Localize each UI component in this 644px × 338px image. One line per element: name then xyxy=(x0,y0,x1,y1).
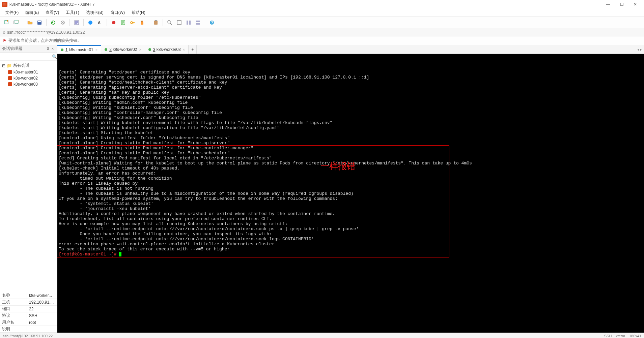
paste-button[interactable] xyxy=(152,19,160,27)
terminal-line: [certs] etcd/peer serving cert is signed… xyxy=(59,75,643,80)
menu-edit[interactable]: 编辑(E) xyxy=(23,9,41,16)
layout-v-button[interactable] xyxy=(194,19,202,27)
status-size: 186x41 xyxy=(629,334,641,338)
toolbar-separator xyxy=(205,19,205,26)
terminal-line: Here is one example how you may list all… xyxy=(59,221,643,226)
tab-worker02[interactable]: 2 k8s-worker02 × xyxy=(101,45,145,54)
menu-view[interactable]: 查看(V) xyxy=(43,9,62,16)
terminal-line: - 'crictl --runtime-endpoint unix:///var… xyxy=(59,226,643,232)
hint-text: 要添加当前会话，点击左侧的箭头按钮。 xyxy=(8,38,81,43)
folder-icon: 📁 xyxy=(7,63,12,68)
prop-val-name: k8s-worker... xyxy=(27,293,57,298)
session-properties: 名称k8s-worker... 主机192.168.91.... 端口22 协议… xyxy=(0,292,57,333)
flag-icon: ⚑ xyxy=(3,38,6,43)
collapse-icon[interactable]: ⊟ xyxy=(2,63,5,68)
status-dot-icon xyxy=(105,48,107,51)
terminal-line: [kubeconfig] Writing "scheduler.conf" ku… xyxy=(59,115,643,120)
new-window-button[interactable]: + xyxy=(12,19,20,27)
search-icon[interactable]: 🔍 xyxy=(52,54,57,59)
menu-tools[interactable]: 工具(T) xyxy=(63,9,82,16)
prop-key-user: 用户名 xyxy=(0,319,27,325)
menu-help[interactable]: 帮助(H) xyxy=(129,9,148,16)
tab-next-icon[interactable]: ▸ xyxy=(640,47,642,52)
prop-key-proto: 协议 xyxy=(0,313,27,318)
terminal-line: To see the stack trace of this error exe… xyxy=(59,247,643,252)
tab-nav: ◂ ▸ xyxy=(637,45,644,54)
record-button[interactable] xyxy=(110,19,118,27)
layout-h-button[interactable] xyxy=(185,19,193,27)
tab-master01[interactable]: 1 k8s-master01 × xyxy=(57,45,101,54)
svg-rect-15 xyxy=(155,20,157,21)
svg-point-8 xyxy=(88,21,92,25)
address-text[interactable]: ssh://root:**************@192.168.91.100… xyxy=(7,30,85,35)
key-button[interactable] xyxy=(129,19,137,27)
log-button[interactable] xyxy=(119,19,127,27)
prop-val-port: 22 xyxy=(27,307,57,311)
tab-close-icon[interactable]: × xyxy=(95,48,97,52)
terminal-line: [certs] Generating "apiserver-etcd-clien… xyxy=(59,85,643,90)
terminal-line: Once you have found the failing containe… xyxy=(59,232,643,237)
help-button[interactable]: ? xyxy=(208,19,216,27)
new-tab-button[interactable]: + xyxy=(189,45,197,54)
host-icon xyxy=(8,76,12,80)
minimize-button[interactable]: — xyxy=(601,1,615,8)
terminal-line: timed out waiting for the condition xyxy=(59,176,643,181)
font-button[interactable]: A xyxy=(96,19,104,27)
find-button[interactable] xyxy=(166,19,174,27)
close-panel-icon[interactable]: × xyxy=(50,47,55,51)
menu-bar: 文件(F) 编辑(E) 查看(V) 工具(T) 选项卡(B) 窗口(W) 帮助(… xyxy=(0,9,644,17)
properties-button[interactable] xyxy=(73,19,81,27)
svg-rect-13 xyxy=(141,22,143,25)
status-dot-icon xyxy=(148,48,151,51)
tab-prev-icon[interactable]: ◂ xyxy=(637,47,639,52)
terminal-line: error execution phase wait-control-plane… xyxy=(59,242,643,247)
tree-root[interactable]: ⊟ 📁 所有会话 xyxy=(1,62,56,69)
tab-close-icon[interactable]: × xyxy=(139,48,141,52)
svg-text:A: A xyxy=(98,21,101,25)
host-icon xyxy=(8,70,12,74)
reconnect-button[interactable] xyxy=(49,19,57,27)
terminal-prompt[interactable]: [root@k8s-master01 ~]# xyxy=(59,252,643,257)
tab-worker03[interactable]: 3 k8s-worker03 × xyxy=(145,45,189,54)
prop-key-port: 端口 xyxy=(0,306,27,312)
new-session-button[interactable] xyxy=(3,19,11,27)
toolbar-separator xyxy=(163,19,163,26)
toolbar-separator xyxy=(149,19,149,26)
session-item-master01[interactable]: k8s-master01 xyxy=(1,69,56,75)
terminal-line: [kubeconfig] Writing "admin.conf" kubeco… xyxy=(59,100,643,105)
toolbar-separator xyxy=(23,19,23,26)
toolbar-separator xyxy=(69,19,70,26)
menu-window[interactable]: 窗口(W) xyxy=(108,9,128,16)
svg-rect-5 xyxy=(38,21,41,22)
session-item-worker03[interactable]: k8s-worker03 xyxy=(1,81,56,87)
terminal-line: [certs] Generating "sa" key and public k… xyxy=(59,90,643,95)
color-button[interactable] xyxy=(86,19,94,27)
session-item-worker02[interactable]: k8s-worker02 xyxy=(1,75,56,81)
terminal-output[interactable]: [certs] Generating "etcd/peer" certifica… xyxy=(57,54,644,333)
search-input[interactable] xyxy=(1,53,52,60)
terminal-line: Additionally, a control plane component … xyxy=(59,211,643,216)
fullscreen-button[interactable] xyxy=(175,19,183,27)
prop-val-host: 192.168.91.... xyxy=(27,300,57,305)
open-button[interactable] xyxy=(26,19,34,27)
menu-file[interactable]: 文件(F) xyxy=(3,9,21,16)
sidebar-header: 会话管理器 ⊼ × xyxy=(0,45,57,53)
menu-tab[interactable]: 选项卡(B) xyxy=(83,9,106,16)
svg-point-16 xyxy=(168,21,170,23)
disconnect-button[interactable] xyxy=(59,19,67,27)
prop-key-desc: 说明 xyxy=(0,326,27,332)
session-tree[interactable]: ⊟ 📁 所有会话 k8s-master01 k8s-worker02 k8s-w… xyxy=(0,61,57,292)
maximize-button[interactable]: ☐ xyxy=(615,1,628,8)
svg-text:+: + xyxy=(18,20,19,22)
annotation-text: 一样报错 xyxy=(320,164,356,169)
tab-close-icon[interactable]: × xyxy=(183,48,185,52)
svg-point-12 xyxy=(131,22,133,24)
prop-key-host: 主机 xyxy=(0,299,27,305)
pin-icon[interactable]: ⊼ xyxy=(46,47,50,51)
lock-button[interactable] xyxy=(138,19,146,27)
close-button[interactable]: ✕ xyxy=(628,1,642,8)
tab-label: 1 k8s-master01 xyxy=(65,48,93,52)
terminal-line: - The kubelet is not running xyxy=(59,186,643,191)
terminal-line: Unfortunately, an error has occurred: xyxy=(59,171,643,176)
save-button[interactable] xyxy=(35,19,44,27)
